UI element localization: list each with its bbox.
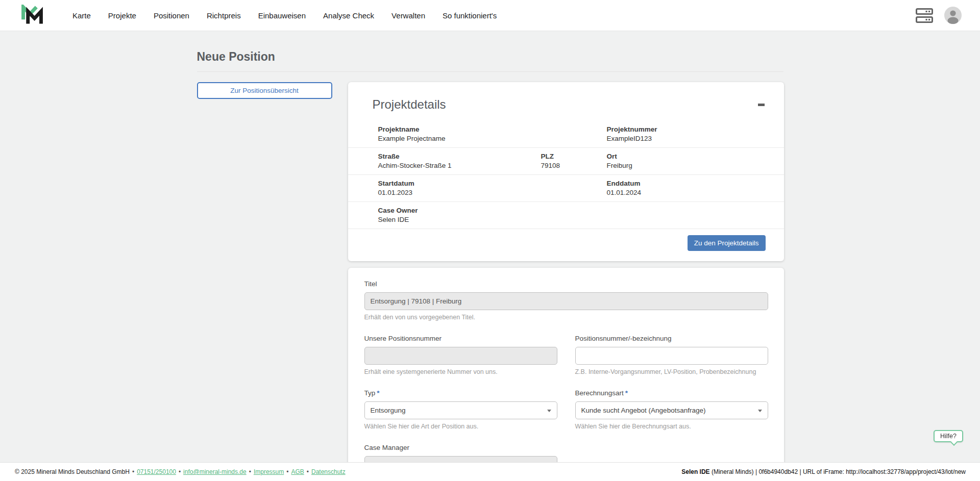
strasse-value: Achim-Stocker-Straße 1 [378, 162, 541, 169]
positionsnummer-group: Positionsnummer/-bezeichnung Z.B. Intern… [575, 335, 768, 375]
datenschutz-link[interactable]: Datenschutz [311, 468, 346, 475]
positionsnummer-helper: Z.B. Interne-Vorgangsnummer, LV-Position… [575, 368, 768, 375]
user-avatar-icon[interactable] [944, 7, 962, 24]
berechnungsart-label: Berechnungsart [575, 389, 624, 397]
footer-bar: © 2025 Mineral Minds Deutschland GmbH • … [0, 462, 980, 481]
case-owner-value: Selen IDE [378, 216, 774, 223]
ort-value: Freiburg [607, 162, 774, 169]
nav-item-karte[interactable]: Karte [72, 11, 91, 20]
typ-select[interactable]: Entsorgung [364, 401, 557, 419]
positionsnummer-input[interactable] [575, 347, 768, 365]
avatar-glyph [944, 7, 962, 24]
right-column: Projektdetails Projektname Example Proje… [348, 82, 784, 481]
titel-helper: Erhält den von uns vorgegebenen Titel. [364, 314, 768, 321]
projektnummer-label: Projektnummer [607, 125, 774, 133]
strasse-label: Straße [378, 153, 541, 160]
nav-item-verwalten[interactable]: Verwalten [391, 11, 425, 20]
startdatum-label: Startdatum [378, 180, 607, 187]
projektname-value: Example Projectname [378, 135, 607, 142]
server-rack-glyph [916, 8, 933, 23]
typ-helper: Wählen Sie hier die Art der Position aus… [364, 423, 557, 430]
table-row: Projektname Example Projectname Projektn… [348, 121, 784, 148]
left-column: Zur Positionsübersicht [197, 82, 332, 99]
back-to-positions-button[interactable]: Zur Positionsübersicht [197, 82, 332, 99]
session-info: Selen IDE (Mineral Minds) | 0f6b4940db42… [681, 468, 966, 475]
agb-link[interactable]: AGB [291, 468, 304, 475]
page-title: Neue Position [197, 50, 783, 72]
footer-left: © 2025 Mineral Minds Deutschland GmbH • … [15, 468, 346, 475]
positionsnummer-label: Positionsnummer/-bezeichnung [575, 335, 768, 342]
enddatum-value: 01.01.2024 [607, 189, 774, 196]
footer-separator: • [286, 468, 288, 475]
typ-group: Typ* Entsorgung Wählen Sie hier die Art … [364, 389, 557, 430]
speech-bubble-tail [950, 439, 958, 446]
footer-separator: • [307, 468, 309, 475]
project-details-title: Projektdetails [373, 97, 446, 112]
titel-label: Titel [364, 280, 768, 288]
phone-link[interactable]: 07151/250100 [137, 468, 176, 475]
nav-item-richtpreis[interactable]: Richtpreis [207, 11, 241, 20]
projektname-label: Projektname [378, 125, 607, 133]
titel-input [364, 292, 768, 310]
footer-separator: • [179, 468, 181, 475]
mineral-minds-logo[interactable] [20, 4, 44, 27]
new-position-form-card: Titel Erhält den von uns vorgegebenen Ti… [348, 268, 784, 481]
logo-icon [20, 5, 44, 26]
chevron-down-icon [758, 410, 762, 412]
table-row: Straße Achim-Stocker-Straße 1 PLZ 79108 … [348, 148, 784, 175]
unsere-positionsnummer-label: Unsere Positionsnummer [364, 335, 557, 342]
project-details-table: Projektname Example Projectname Projektn… [348, 121, 784, 229]
table-row: Startdatum 01.01.2023 Enddatum 01.01.202… [348, 175, 784, 202]
projektnummer-value: ExampleID123 [607, 135, 774, 142]
chevron-down-icon [547, 410, 551, 412]
table-row: Case Owner Selen IDE [348, 202, 784, 229]
top-navigation-bar: Karte Projekte Positionen Richtpreis Ein… [0, 0, 980, 31]
startdatum-value: 01.01.2023 [378, 189, 607, 196]
case-manager-label: Case Manager [364, 444, 557, 451]
unsere-positionsnummer-input [364, 347, 557, 365]
typ-label: Typ [364, 389, 376, 397]
nav-item-projekte[interactable]: Projekte [108, 11, 136, 20]
copyright-text: © 2025 Mineral Minds Deutschland GmbH [15, 468, 130, 475]
ort-label: Ort [607, 153, 774, 160]
nav-item-positionen[interactable]: Positionen [154, 11, 189, 20]
plz-value: 79108 [541, 162, 607, 169]
typ-required-mark: * [377, 389, 379, 397]
project-details-card: Projektdetails Projektname Example Proje… [348, 82, 784, 261]
email-link[interactable]: info@mineral-minds.de [183, 468, 247, 475]
nav-item-so-funktionierts[interactable]: So funktioniert's [443, 11, 497, 20]
typ-select-value: Entsorgung [371, 407, 406, 414]
berechnungsart-required-mark: * [625, 389, 628, 397]
session-user: Selen IDE [681, 468, 709, 475]
berechnungsart-select-value: Kunde sucht Angebot (Angebotsanfrage) [581, 407, 706, 414]
server-rack-icon[interactable] [916, 8, 933, 23]
help-button[interactable]: Hilfe? [934, 430, 963, 442]
topbar-right-icons [916, 7, 962, 24]
berechnungsart-group: Berechnungsart* Kunde sucht Angebot (Ang… [575, 389, 768, 430]
go-to-project-details-button[interactable]: Zu den Projektdetails [688, 235, 766, 251]
titel-group: Titel Erhält den von uns vorgegebenen Ti… [364, 280, 768, 321]
footer-separator: • [132, 468, 134, 475]
impressum-link[interactable]: Impressum [254, 468, 284, 475]
berechnungsart-helper: Wählen Sie hier die Berechnungsart aus. [575, 423, 768, 430]
plz-label: PLZ [541, 153, 607, 160]
main-nav: Karte Projekte Positionen Richtpreis Ein… [72, 11, 497, 20]
berechnungsart-select[interactable]: Kunde sucht Angebot (Angebotsanfrage) [575, 401, 768, 419]
enddatum-label: Enddatum [607, 180, 774, 187]
footer-separator: • [249, 468, 251, 475]
unsere-positionsnummer-group: Unsere Positionsnummer Erhält eine syste… [364, 335, 557, 375]
nav-item-einbauweisen[interactable]: Einbauweisen [258, 11, 306, 20]
main-content: Neue Position Zur Positionsübersicht Pro… [197, 50, 783, 481]
nav-item-analyse-check[interactable]: Analyse Check [323, 11, 374, 20]
case-owner-label: Case Owner [378, 207, 774, 214]
session-details: (Mineral Minds) | 0f6b4940db42 | URL of … [710, 468, 966, 475]
collapse-card-button[interactable] [758, 104, 765, 106]
unsere-positionsnummer-helper: Erhält eine systemgenerierte Nummer von … [364, 368, 557, 375]
